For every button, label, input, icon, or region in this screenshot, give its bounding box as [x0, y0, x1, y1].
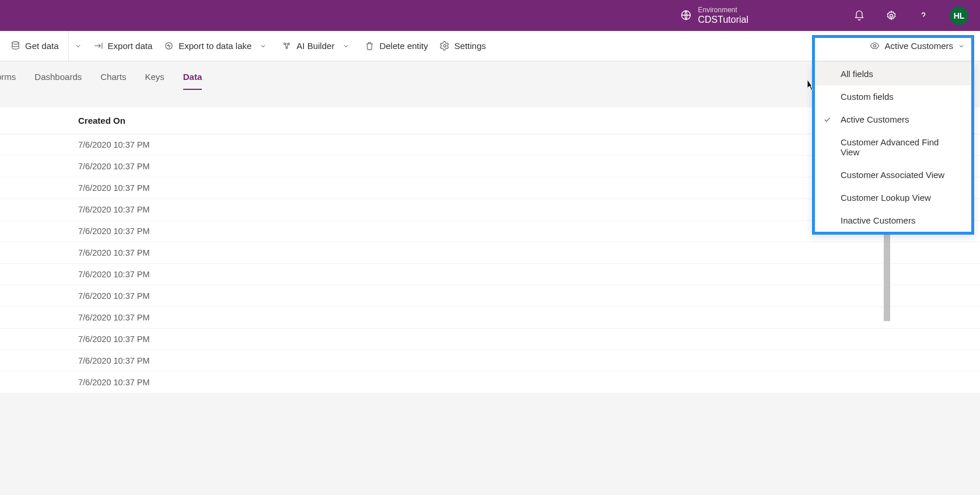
svg-point-8 [874, 44, 876, 47]
view-dropdown: All fields Custom fields Active Customer… [812, 62, 974, 235]
view-option-custom-fields[interactable]: Custom fields [815, 85, 971, 108]
settings-label: Settings [454, 41, 486, 51]
header-actions: HL [853, 6, 968, 25]
tab-forms[interactable]: orms [0, 72, 16, 90]
avatar-initials: HL [954, 11, 965, 20]
delete-entity-button[interactable]: Delete entity [359, 31, 433, 61]
environment-text: Environment CDSTutorial [698, 6, 748, 26]
get-data-label: Get data [25, 41, 59, 51]
view-selector[interactable]: Active Customers [862, 31, 973, 61]
database-icon [10, 41, 20, 51]
environment-name: CDSTutorial [698, 14, 748, 25]
table-row[interactable]: 7/6/2020 10:37 PM [0, 329, 980, 350]
settings-button[interactable]: Settings [434, 31, 492, 61]
view-option-inactive[interactable]: Inactive Customers [815, 209, 971, 232]
view-option-advanced-find[interactable]: Customer Advanced Find View [815, 131, 971, 163]
eye-icon [870, 41, 880, 51]
gear-icon[interactable] [886, 10, 897, 22]
command-bar: Get data Export data Export to data lake… [0, 31, 980, 61]
table-row[interactable]: 7/6/2020 10:37 PM [0, 242, 980, 264]
tab-data[interactable]: Data [183, 72, 202, 90]
export-icon [93, 41, 103, 51]
svg-point-2 [12, 41, 19, 44]
view-option-associated[interactable]: Customer Associated View [815, 163, 971, 186]
globe-icon [680, 9, 692, 21]
avatar[interactable]: HL [950, 6, 968, 25]
view-option-label: Customer Advanced Find View [841, 137, 960, 157]
get-data-button[interactable]: Get data [5, 31, 88, 61]
notifications-icon[interactable] [853, 10, 865, 22]
get-data-chevron[interactable] [68, 31, 88, 61]
export-data-label: Export data [108, 41, 153, 51]
view-option-label: Customer Lookup View [841, 193, 931, 203]
chevron-down-icon [958, 43, 965, 50]
view-selector-label: Active Customers [884, 41, 953, 51]
svg-point-4 [284, 43, 286, 45]
tab-dashboards[interactable]: Dashboards [34, 72, 82, 90]
ai-icon [282, 41, 292, 51]
view-option-label: Customer Associated View [841, 170, 944, 180]
tab-keys[interactable]: Keys [145, 72, 164, 90]
chevron-down-icon [256, 43, 270, 50]
table-row[interactable]: 7/6/2020 10:37 PM [0, 285, 980, 307]
table-row[interactable]: 7/6/2020 10:37 PM [0, 372, 980, 393]
view-option-label: Custom fields [841, 92, 894, 102]
svg-point-7 [443, 44, 446, 47]
trash-icon [365, 41, 374, 51]
export-lake-button[interactable]: Export to data lake [158, 31, 276, 61]
view-option-lookup[interactable]: Customer Lookup View [815, 186, 971, 209]
tab-charts[interactable]: Charts [100, 72, 126, 90]
svg-point-1 [890, 14, 893, 17]
table-row[interactable]: 7/6/2020 10:37 PM [0, 350, 980, 372]
view-option-label: All fields [841, 69, 873, 79]
table-row[interactable]: 7/6/2020 10:37 PM [0, 264, 980, 285]
app-header: Environment CDSTutorial HL [0, 0, 980, 31]
view-option-active-customers[interactable]: Active Customers [815, 108, 971, 131]
gear-icon [440, 41, 450, 51]
delete-entity-label: Delete entity [379, 41, 428, 51]
chevron-down-icon [339, 43, 353, 50]
help-icon[interactable] [918, 10, 929, 22]
environment-label: Environment [698, 6, 748, 14]
ai-builder-button[interactable]: AI Builder [276, 31, 359, 61]
export-lake-label: Export to data lake [178, 41, 251, 51]
ai-builder-label: AI Builder [296, 41, 334, 51]
export-data-button[interactable]: Export data [88, 31, 159, 61]
environment-selector[interactable]: Environment CDSTutorial [680, 6, 748, 26]
view-option-all-fields[interactable]: All fields [815, 62, 971, 85]
svg-point-5 [288, 43, 290, 45]
table-row[interactable]: 7/6/2020 10:37 PM [0, 307, 980, 329]
lake-icon [164, 41, 174, 51]
view-option-label: Inactive Customers [841, 215, 915, 225]
svg-point-6 [286, 47, 288, 49]
view-option-label: Active Customers [841, 114, 909, 124]
check-icon [823, 116, 831, 124]
